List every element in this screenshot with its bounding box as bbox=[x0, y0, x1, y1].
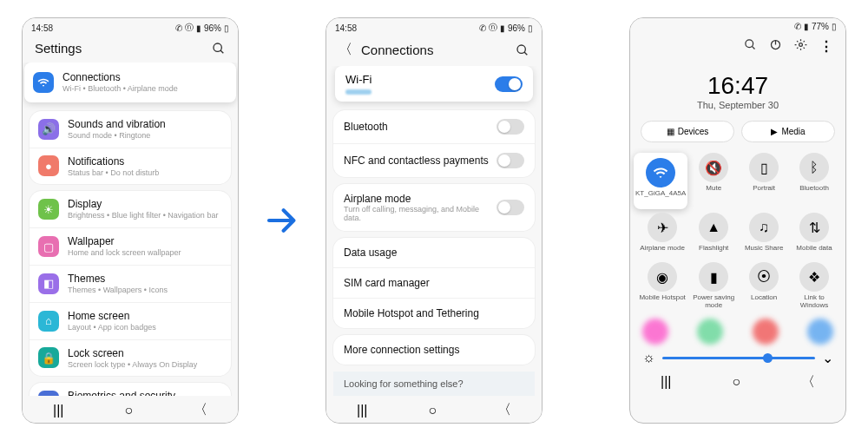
home-button[interactable]: ○ bbox=[732, 374, 740, 390]
tile-location[interactable]: ⦿Location bbox=[740, 262, 788, 310]
sound-icon: 🔊 bbox=[38, 119, 59, 140]
bluetooth-toggle[interactable] bbox=[496, 119, 524, 135]
quickpanel-toolbar: ⋮ bbox=[630, 33, 845, 60]
back-button[interactable]: 〈 bbox=[194, 401, 207, 419]
nav-bar: ||| ○ 〈 bbox=[326, 396, 542, 423]
clock-time: 16:47 bbox=[630, 72, 845, 100]
brightness-slider[interactable] bbox=[662, 357, 815, 359]
settings-header: Settings bbox=[23, 36, 238, 62]
settings-row-biometrics[interactable]: ◉ Biometrics and securityFace recognitio… bbox=[30, 383, 231, 396]
status-right: ✆ ⓝ ▮ 96% ▯ bbox=[175, 22, 229, 34]
back-button[interactable]: 〈 bbox=[801, 373, 815, 391]
search-icon[interactable] bbox=[212, 42, 226, 56]
tile-mobile-data[interactable]: ⇅Mobile data bbox=[790, 213, 838, 259]
settings-list[interactable]: Connections Wi-Fi • Bluetooth • Airplane… bbox=[23, 62, 238, 396]
hotspot-row[interactable]: Mobile Hotspot and Tethering bbox=[333, 299, 535, 328]
svg-point-5 bbox=[746, 40, 753, 48]
devices-button[interactable]: ▦Devices bbox=[641, 121, 734, 142]
tile-wifi[interactable]: KT_GiGA_4A5A bbox=[635, 158, 686, 204]
brightness-icon: ☼ bbox=[642, 350, 655, 365]
phone-connections: 14:58 ✆ⓝ▮96%▯ 〈 Connections Wi-Fi Blueto… bbox=[326, 17, 542, 424]
recents-button[interactable]: ||| bbox=[53, 403, 63, 418]
search-icon[interactable] bbox=[516, 43, 529, 57]
tile-flashlight[interactable]: ▲Flashlight bbox=[689, 213, 738, 259]
bluetooth-row[interactable]: Bluetooth bbox=[333, 110, 535, 144]
brightness-slider-row: ☼ ⌄ bbox=[630, 345, 845, 368]
connections-header: 〈 Connections bbox=[326, 36, 542, 66]
clock-date: Thu, September 30 bbox=[630, 100, 845, 110]
status-bar: ✆▮77%▯ bbox=[630, 18, 845, 33]
wifi-label: Wi-Fi bbox=[345, 73, 372, 86]
settings-row-homescreen[interactable]: ⌂ Home screenLayout • App icon badges bbox=[30, 303, 231, 340]
home-icon: ⌂ bbox=[38, 311, 59, 332]
data-usage-row[interactable]: Data usage bbox=[333, 238, 535, 268]
tile-airplane[interactable]: ✈Airplane mode bbox=[637, 213, 687, 259]
more-row[interactable]: More connection settings bbox=[333, 335, 535, 365]
status-bar: 14:58 ✆ ⓝ ▮ 96% ▯ bbox=[23, 18, 238, 36]
sim-row[interactable]: SIM card manager bbox=[333, 268, 535, 299]
nfc-row[interactable]: NFC and contactless payments bbox=[333, 144, 535, 177]
tile-link-windows[interactable]: ❖Link to Windows bbox=[790, 262, 838, 310]
tile-bluetooth[interactable]: ᛒBluetooth bbox=[790, 153, 838, 209]
bell-icon: ● bbox=[38, 155, 59, 176]
settings-row-wallpaper[interactable]: ▢ WallpaperHome and lock screen wallpape… bbox=[30, 228, 231, 266]
lock-icon: 🔒 bbox=[38, 347, 59, 368]
wifi-row[interactable]: Wi-Fi bbox=[335, 66, 533, 102]
status-bar: 14:58 ✆ⓝ▮96%▯ bbox=[326, 18, 542, 36]
connections-card[interactable]: Connections Wi-Fi • Bluetooth • Airplane… bbox=[24, 62, 236, 102]
row-title: Connections bbox=[62, 71, 227, 84]
home-button[interactable]: ○ bbox=[124, 403, 133, 418]
phone-settings: 14:58 ✆ ⓝ ▮ 96% ▯ Settings Connections W… bbox=[22, 17, 239, 424]
settings-row-notifications[interactable]: ● NotificationsStatus bar • Do not distu… bbox=[30, 148, 231, 185]
settings-row-lockscreen[interactable]: 🔒 Lock screenScreen lock type • Always O… bbox=[30, 340, 231, 377]
arrow-icon bbox=[265, 17, 299, 424]
media-button[interactable]: ▶Media bbox=[741, 121, 835, 142]
back-icon[interactable]: 〈 bbox=[339, 41, 352, 59]
tile-hotspot[interactable]: ◉Mobile Hotspot bbox=[637, 262, 687, 310]
recents-button[interactable]: ||| bbox=[357, 403, 367, 418]
wifi-icon bbox=[33, 72, 54, 93]
battery-icon: ▮ bbox=[699, 262, 728, 292]
tile-music-share[interactable]: ♫Music Share bbox=[740, 213, 788, 259]
vibrate-icon: ✆ bbox=[175, 23, 182, 33]
wifi-icon bbox=[646, 158, 675, 187]
nav-bar: ||| ○ 〈 bbox=[630, 368, 845, 395]
windows-icon: ❖ bbox=[799, 262, 829, 292]
recents-button[interactable]: ||| bbox=[661, 374, 671, 390]
tile-portrait[interactable]: ▯Portrait bbox=[740, 153, 788, 209]
location-icon: ⦿ bbox=[749, 262, 779, 292]
tile-mute[interactable]: 🔇Mute bbox=[689, 153, 738, 209]
phone-quickpanel: ✆▮77%▯ ⋮ 16:47 Thu, September 30 ▦Device… bbox=[629, 17, 846, 424]
tile-power-saving[interactable]: ▮Power saving mode bbox=[689, 262, 738, 310]
page-title: Settings bbox=[35, 41, 82, 56]
svg-line-4 bbox=[524, 52, 527, 55]
power-icon[interactable] bbox=[769, 38, 782, 55]
nfc-toggle[interactable] bbox=[496, 153, 524, 168]
expand-icon[interactable]: ⌄ bbox=[822, 350, 833, 366]
svg-line-1 bbox=[220, 50, 223, 53]
battery-text: 96% bbox=[204, 23, 221, 33]
music-icon: ♫ bbox=[749, 213, 779, 242]
airplane-toggle[interactable] bbox=[496, 200, 524, 215]
quick-tiles: KT_GiGA_4A5A 🔇Mute ▯Portrait ᛒBluetooth … bbox=[630, 149, 845, 317]
wallpaper-icon: ▢ bbox=[38, 236, 59, 257]
more-icon[interactable]: ⋮ bbox=[819, 38, 833, 55]
home-button[interactable]: ○ bbox=[428, 403, 437, 418]
signal-icon: ▮ bbox=[196, 23, 201, 33]
settings-row-sounds[interactable]: 🔊 Sounds and vibrationSound mode • Ringt… bbox=[30, 111, 231, 148]
airplane-row[interactable]: Airplane modeTurn off calling, messaging… bbox=[333, 184, 535, 231]
row-sub: Wi-Fi • Bluetooth • Airplane mode bbox=[62, 84, 227, 94]
data-icon: ⇅ bbox=[799, 213, 829, 242]
back-button[interactable]: 〈 bbox=[497, 401, 511, 419]
flashlight-icon: ▲ bbox=[699, 213, 728, 242]
wifi-toggle[interactable] bbox=[495, 76, 523, 92]
airplane-icon: ✈ bbox=[648, 213, 677, 242]
nfc-icon: ⓝ bbox=[185, 22, 194, 34]
battery-icon: ▯ bbox=[224, 23, 229, 33]
gear-icon[interactable] bbox=[794, 38, 807, 55]
search-icon[interactable] bbox=[744, 38, 757, 55]
status-time: 14:58 bbox=[31, 23, 53, 33]
settings-row-display[interactable]: ☀ DisplayBrightness • Blue light filter … bbox=[30, 191, 231, 228]
rotate-icon: ▯ bbox=[749, 153, 779, 182]
settings-row-themes[interactable]: ◧ ThemesThemes • Wallpapers • Icons bbox=[30, 266, 231, 303]
